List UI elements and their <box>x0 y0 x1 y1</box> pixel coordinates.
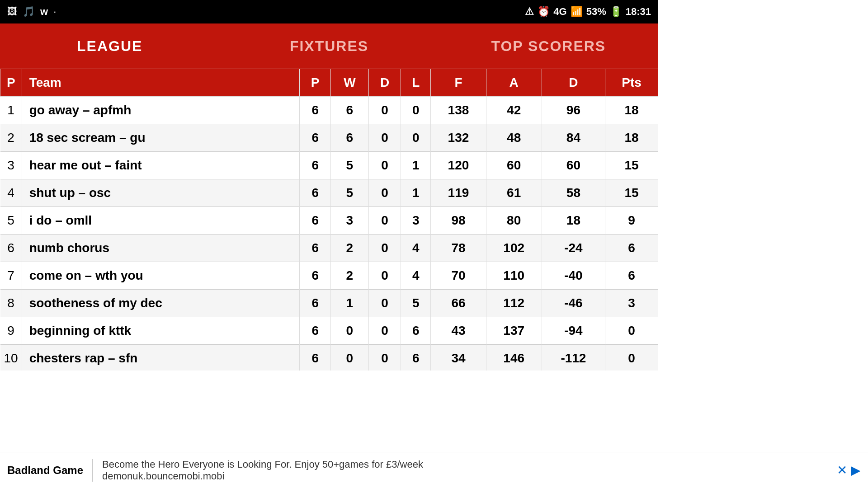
cell-pts: 18 <box>605 124 658 152</box>
nav-fixtures[interactable]: FIXTURES <box>219 29 439 64</box>
cell-p: 6 <box>300 262 331 290</box>
cell-p: 6 <box>300 290 331 317</box>
cell-pts: 15 <box>605 179 658 207</box>
alarm-icon: ⏰ <box>538 6 550 18</box>
table-row: 1 go away – apfmh 6 6 0 0 138 42 96 18 <box>0 97 658 124</box>
cell-team: hear me out – faint <box>22 152 300 179</box>
cell-p: 6 <box>300 207 331 235</box>
cell-d: 0 <box>368 97 401 124</box>
cell-pts: 0 <box>605 317 658 345</box>
status-left: 🖼 🎵 w · <box>7 6 56 18</box>
cell-l: 0 <box>401 124 431 152</box>
cell-p: 6 <box>300 97 331 124</box>
cell-pts: 6 <box>605 235 658 262</box>
cell-rank: 3 <box>0 152 22 179</box>
cell-f: 119 <box>431 179 486 207</box>
cell-a: 80 <box>486 207 542 235</box>
cell-pts: 15 <box>605 152 658 179</box>
cell-l: 4 <box>401 262 431 290</box>
header-a: A <box>486 69 542 97</box>
battery-label: 53% <box>586 6 606 18</box>
cell-team: come on – wth you <box>22 262 300 290</box>
cell-pts: 3 <box>605 290 658 317</box>
cell-l: 0 <box>401 97 431 124</box>
cell-a: 110 <box>486 262 542 290</box>
cell-rank: 2 <box>0 124 22 152</box>
cell-rank: 7 <box>0 262 22 290</box>
cell-l: 1 <box>401 152 431 179</box>
cell-diff: 18 <box>542 207 605 235</box>
nav-league[interactable]: LEAGUE <box>0 29 219 64</box>
cell-d: 0 <box>368 290 401 317</box>
signal-icon: 📶 <box>571 6 583 18</box>
cell-diff: -94 <box>542 317 605 345</box>
league-table: P Team P W D L F A D Pts 1 go away – apf… <box>0 69 658 371</box>
header-f: F <box>431 69 486 97</box>
cell-f: 120 <box>431 152 486 179</box>
header-diff: D <box>542 69 605 97</box>
cell-d: 0 <box>368 179 401 207</box>
header-team: Team <box>22 69 300 97</box>
cell-pts: 6 <box>605 262 658 290</box>
cell-d: 0 <box>368 207 401 235</box>
cell-a: 146 <box>486 345 542 371</box>
cell-d: 0 <box>368 124 401 152</box>
cell-d: 0 <box>368 152 401 179</box>
cell-l: 6 <box>401 345 431 371</box>
cell-f: 66 <box>431 290 486 317</box>
cell-diff: -40 <box>542 262 605 290</box>
cell-p: 6 <box>300 235 331 262</box>
header-p: P <box>300 69 331 97</box>
table-row: 6 numb chorus 6 2 0 4 78 102 -24 6 <box>0 235 658 262</box>
header-rank: P <box>0 69 22 97</box>
table-row: 7 come on – wth you 6 2 0 4 70 110 -40 6 <box>0 262 658 290</box>
cell-p: 6 <box>300 317 331 345</box>
cell-diff: -24 <box>542 235 605 262</box>
cell-team: beginning of kttk <box>22 317 300 345</box>
table-row: 10 chesters rap – sfn 6 0 0 6 34 146 -11… <box>0 345 658 371</box>
cell-pts: 9 <box>605 207 658 235</box>
cell-a: 137 <box>486 317 542 345</box>
cell-diff: 84 <box>542 124 605 152</box>
cell-team: sootheness of my dec <box>22 290 300 317</box>
cell-rank: 8 <box>0 290 22 317</box>
cell-w: 1 <box>331 290 369 317</box>
cell-l: 6 <box>401 317 431 345</box>
cell-diff: 60 <box>542 152 605 179</box>
cell-d: 0 <box>368 235 401 262</box>
cell-team: 18 sec scream – gu <box>22 124 300 152</box>
cell-d: 0 <box>368 262 401 290</box>
network-label: 4G <box>553 6 566 18</box>
header-d: D <box>368 69 401 97</box>
dot-icon: · <box>53 6 56 18</box>
cell-w: 5 <box>331 152 369 179</box>
cell-w: 3 <box>331 207 369 235</box>
cell-diff: 58 <box>542 179 605 207</box>
cell-a: 42 <box>486 97 542 124</box>
cell-a: 112 <box>486 290 542 317</box>
table-row: 9 beginning of kttk 6 0 0 6 43 137 -94 0 <box>0 317 658 345</box>
cell-f: 34 <box>431 345 486 371</box>
cell-team: go away – apfmh <box>22 97 300 124</box>
cell-f: 132 <box>431 124 486 152</box>
header-l: L <box>401 69 431 97</box>
cell-a: 61 <box>486 179 542 207</box>
table-row: 8 sootheness of my dec 6 1 0 5 66 112 -4… <box>0 290 658 317</box>
nav-bar: LEAGUE FIXTURES TOP SCORERS <box>0 23 658 69</box>
cell-diff: -46 <box>542 290 605 317</box>
cell-rank: 10 <box>0 345 22 371</box>
table-row: 5 i do – omll 6 3 0 3 98 80 18 9 <box>0 207 658 235</box>
cell-l: 4 <box>401 235 431 262</box>
cell-w: 2 <box>331 235 369 262</box>
music-icon: 🎵 <box>23 6 35 18</box>
cell-team: i do – omll <box>22 207 300 235</box>
cell-w: 5 <box>331 179 369 207</box>
cell-d: 0 <box>368 317 401 345</box>
nav-top-scorers[interactable]: TOP SCORERS <box>439 29 658 64</box>
table-row: 4 shut up – osc 6 5 0 1 119 61 58 15 <box>0 179 658 207</box>
image-icon: 🖼 <box>7 6 17 18</box>
header-w: W <box>331 69 369 97</box>
cell-w: 6 <box>331 124 369 152</box>
cell-f: 70 <box>431 262 486 290</box>
cell-w: 2 <box>331 262 369 290</box>
